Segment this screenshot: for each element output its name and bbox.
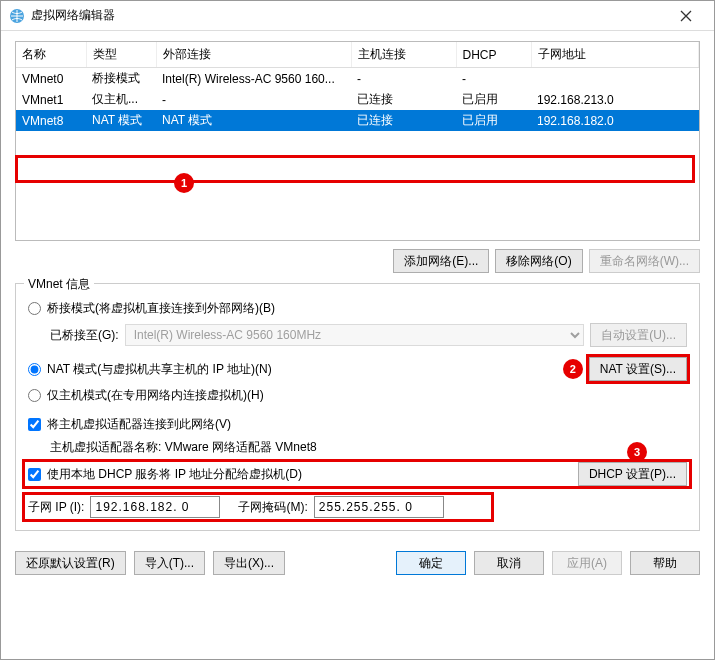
table-cell: NAT 模式 — [86, 110, 156, 131]
subnet-ip-label: 子网 IP (I): — [28, 499, 84, 516]
table-cell: 192.168.182.0 — [531, 110, 699, 131]
col-name[interactable]: 名称 — [16, 42, 86, 68]
restore-defaults-button[interactable]: 还原默认设置(R) — [15, 551, 126, 575]
use-dhcp-checkbox[interactable] — [28, 468, 41, 481]
bridged-radio[interactable] — [28, 302, 41, 315]
table-cell: 仅主机... — [86, 89, 156, 110]
bridged-to-select: Intel(R) Wireless-AC 9560 160MHz — [125, 324, 585, 346]
dhcp-settings-button[interactable]: DHCP 设置(P)... — [578, 462, 687, 486]
table-cell: 桥接模式 — [86, 68, 156, 90]
table-cell: - — [156, 89, 351, 110]
remove-network-button[interactable]: 移除网络(O) — [495, 249, 582, 273]
col-ext[interactable]: 外部连接 — [156, 42, 351, 68]
bridged-label: 桥接模式(将虚拟机直接连接到外部网络)(B) — [47, 300, 275, 317]
table-cell: 已启用 — [456, 110, 531, 131]
subnet-mask-label: 子网掩码(M): — [238, 499, 307, 516]
table-row[interactable]: VMnet0桥接模式Intel(R) Wireless-AC 9560 160.… — [16, 68, 699, 90]
annotation-badge-2: 2 — [563, 359, 583, 379]
annotation-badge-1: 1 — [174, 173, 194, 193]
col-type[interactable]: 类型 — [86, 42, 156, 68]
table-cell: - — [351, 68, 456, 90]
apply-button: 应用(A) — [552, 551, 622, 575]
window-title: 虚拟网络编辑器 — [31, 7, 666, 24]
table-cell: VMnet0 — [16, 68, 86, 90]
table-cell: NAT 模式 — [156, 110, 351, 131]
nat-label: NAT 模式(与虚拟机共享主机的 IP 地址)(N) — [47, 361, 272, 378]
table-cell: 192.168.213.0 — [531, 89, 699, 110]
vmnet-info-legend: VMnet 信息 — [24, 276, 94, 293]
table-row[interactable]: VMnet8NAT 模式NAT 模式已连接已启用192.168.182.0 — [16, 110, 699, 131]
table-cell — [531, 68, 699, 90]
col-subnet[interactable]: 子网地址 — [531, 42, 699, 68]
connect-host-label: 将主机虚拟适配器连接到此网络(V) — [47, 416, 231, 433]
hostonly-radio[interactable] — [28, 389, 41, 402]
auto-settings-button: 自动设置(U)... — [590, 323, 687, 347]
vmnet-info-group: VMnet 信息 桥接模式(将虚拟机直接连接到外部网络)(B) 已桥接至(G):… — [15, 283, 700, 531]
import-button[interactable]: 导入(T)... — [134, 551, 205, 575]
table-cell: VMnet1 — [16, 89, 86, 110]
annotation-box-1 — [15, 155, 695, 183]
col-dhcp[interactable]: DHCP — [456, 42, 531, 68]
col-host[interactable]: 主机连接 — [351, 42, 456, 68]
ok-button[interactable]: 确定 — [396, 551, 466, 575]
subnet-ip-input[interactable] — [90, 496, 220, 518]
table-cell: 已连接 — [351, 110, 456, 131]
add-network-button[interactable]: 添加网络(E)... — [393, 249, 489, 273]
nat-settings-button[interactable]: NAT 设置(S)... — [589, 357, 687, 381]
table-cell: VMnet8 — [16, 110, 86, 131]
subnet-mask-input[interactable] — [314, 496, 444, 518]
bridged-to-label: 已桥接至(G): — [50, 327, 119, 344]
table-cell: 已启用 — [456, 89, 531, 110]
use-dhcp-label: 使用本地 DHCP 服务将 IP 地址分配给虚拟机(D) — [47, 466, 302, 483]
export-button[interactable]: 导出(X)... — [213, 551, 285, 575]
network-table[interactable]: 名称 类型 外部连接 主机连接 DHCP 子网地址 VMnet0桥接模式Inte… — [15, 41, 700, 241]
close-button[interactable] — [666, 2, 706, 30]
app-icon — [9, 8, 25, 24]
nat-radio[interactable] — [28, 363, 41, 376]
rename-network-button: 重命名网络(W)... — [589, 249, 700, 273]
table-cell: Intel(R) Wireless-AC 9560 160... — [156, 68, 351, 90]
table-cell: 已连接 — [351, 89, 456, 110]
hostonly-label: 仅主机模式(在专用网络内连接虚拟机)(H) — [47, 387, 264, 404]
table-cell: - — [456, 68, 531, 90]
adapter-name-label: 主机虚拟适配器名称: VMware 网络适配器 VMnet8 — [50, 439, 317, 456]
connect-host-checkbox[interactable] — [28, 418, 41, 431]
help-button[interactable]: 帮助 — [630, 551, 700, 575]
cancel-button[interactable]: 取消 — [474, 551, 544, 575]
table-row[interactable]: VMnet1仅主机...-已连接已启用192.168.213.0 — [16, 89, 699, 110]
